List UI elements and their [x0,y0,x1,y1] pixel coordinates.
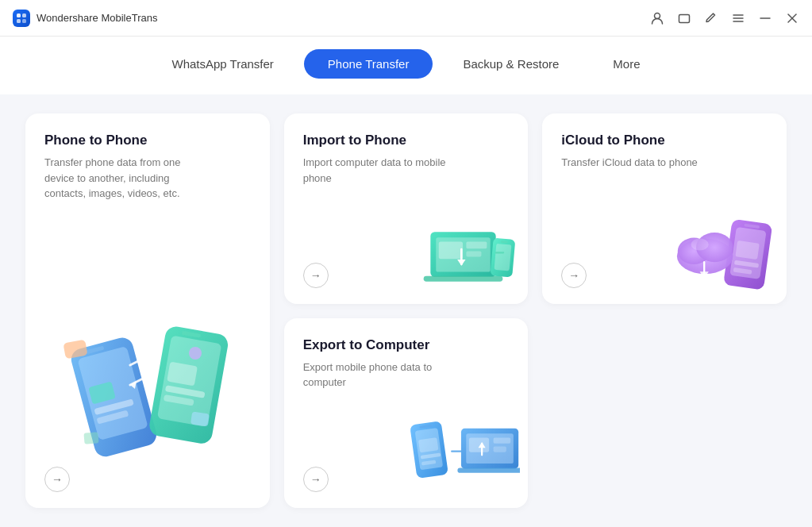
title-bar: Wondershare MobileTrans [0,0,812,37]
svg-rect-32 [424,275,503,281]
app-icon [13,10,30,27]
svg-rect-29 [83,432,98,444]
svg-rect-2 [17,19,21,23]
tab-backup-restore[interactable]: Backup & Restore [439,49,583,79]
profile-icon[interactable] [650,11,664,25]
edit-icon[interactable] [704,11,718,25]
tab-phone-transfer[interactable]: Phone Transfer [304,49,433,79]
menu-icon[interactable] [731,11,745,25]
svg-rect-27 [190,412,210,427]
card-import-title: Import to Phone [303,133,510,148]
export-illustration [409,410,520,500]
icloud-illustration [675,206,779,296]
svg-rect-3 [22,19,26,23]
card-phone-to-phone-title: Phone to Phone [44,133,251,148]
svg-marker-50 [700,271,709,278]
svg-rect-5 [679,14,690,22]
close-icon[interactable] [785,11,799,25]
svg-rect-33 [439,241,463,259]
import-illustration [417,206,520,296]
svg-point-28 [189,347,202,360]
svg-rect-62 [494,438,511,444]
title-bar-left: Wondershare MobileTrans [13,10,157,27]
svg-rect-34 [467,241,487,248]
phone-to-phone-illustration [60,310,235,468]
nav-bar: WhatsApp Transfer Phone Transfer Backup … [0,37,812,94]
tab-whatsapp-transfer[interactable]: WhatsApp Transfer [148,49,297,79]
svg-rect-0 [17,13,21,17]
svg-rect-35 [467,251,482,256]
title-bar-controls [650,11,799,25]
card-icloud-arrow[interactable]: → [561,263,587,288]
card-import-to-phone[interactable]: Import to Phone Import computer data to … [284,113,529,304]
window-icon[interactable] [677,11,691,25]
card-icloud-to-phone[interactable]: iCloud to Phone Transfer iCloud data to … [542,113,787,304]
main-content: Phone to Phone Transfer phone data from … [0,94,812,527]
tab-more[interactable]: More [589,49,664,79]
app-title: Wondershare MobileTrans [37,12,157,24]
svg-rect-54 [418,437,439,452]
svg-point-49 [691,238,708,250]
svg-rect-43 [735,240,759,259]
minimize-icon[interactable] [758,11,772,25]
card-import-arrow[interactable]: → [303,263,329,288]
card-import-desc: Import computer data to mobile phone [303,155,462,186]
card-icloud-title: iCloud to Phone [561,133,768,148]
svg-rect-63 [494,446,506,452]
card-phone-to-phone-arrow[interactable]: → [44,467,70,492]
card-export-arrow[interactable]: → [303,467,329,492]
card-phone-to-phone-desc: Transfer phone data from one device to a… [44,155,203,202]
svg-rect-60 [458,468,521,473]
card-export-title: Export to Computer [303,337,510,353]
svg-rect-61 [469,438,489,452]
card-phone-to-phone[interactable]: Phone to Phone Transfer phone data from … [25,113,270,508]
svg-rect-38 [495,243,512,270]
card-export-to-computer[interactable]: Export to Computer Export mobile phone d… [284,318,529,509]
svg-rect-1 [22,13,26,17]
card-icloud-desc: Transfer iCloud data to phone [561,155,720,171]
svg-point-4 [655,13,660,18]
card-export-desc: Export mobile phone data to computer [303,360,462,390]
